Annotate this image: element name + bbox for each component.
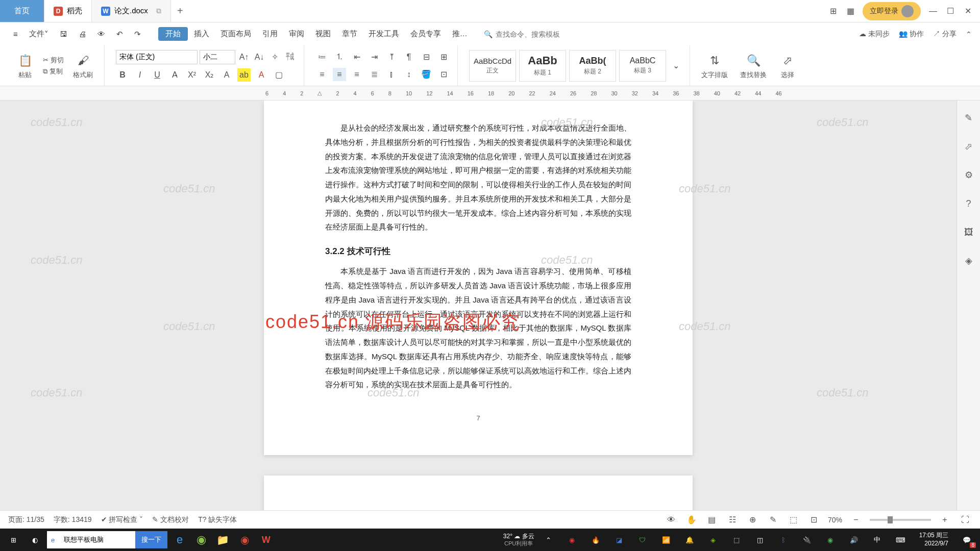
- tray-icon[interactable]: 🛡: [633, 531, 652, 549]
- highlight-button[interactable]: ab: [237, 68, 251, 82]
- tray-ime-icon[interactable]: 中: [868, 531, 887, 549]
- tab-home[interactable]: 首页: [0, 0, 44, 22]
- italic-button[interactable]: I: [133, 68, 146, 82]
- copy-button[interactable]: ⧉ 复制: [43, 67, 64, 76]
- menu-start[interactable]: 开始: [158, 27, 188, 41]
- decrease-indent-button[interactable]: ⇤: [350, 51, 363, 64]
- menu-vip[interactable]: 会员专享: [405, 22, 446, 45]
- tray-bell-icon[interactable]: 🔔: [680, 531, 699, 549]
- menu-view[interactable]: 视图: [310, 22, 336, 45]
- tray-icon[interactable]: ◉: [563, 531, 581, 549]
- font-size-select[interactable]: [200, 50, 235, 64]
- close-button[interactable]: ✕: [963, 6, 973, 16]
- menu-reference[interactable]: 引用: [257, 22, 283, 45]
- tab-document[interactable]: W 论文.docx ⧉: [92, 0, 171, 22]
- paste-icon[interactable]: 📋: [16, 52, 34, 69]
- login-button[interactable]: 立即登录: [863, 2, 921, 20]
- undo-icon[interactable]: ↶: [111, 22, 128, 45]
- grid2-icon[interactable]: ▦: [845, 6, 855, 16]
- clear-format-icon[interactable]: ✧: [268, 51, 281, 64]
- font-name-select[interactable]: [116, 50, 198, 64]
- tray-icon[interactable]: ◉: [821, 531, 840, 549]
- sync-status[interactable]: ☁ 未同步: [859, 30, 890, 39]
- menu-devtools[interactable]: 开发工具: [363, 22, 404, 45]
- sliders-icon[interactable]: ⚙: [962, 168, 976, 182]
- hamburger-icon[interactable]: ≡: [8, 22, 23, 45]
- taskbar-search-input[interactable]: [59, 536, 135, 544]
- tray-icon[interactable]: ◪: [610, 531, 628, 549]
- line-spacing-button[interactable]: ↕: [402, 68, 415, 81]
- zoom-in-button[interactable]: +: [938, 513, 951, 527]
- document-page[interactable]: 是从社会的经济发展出发，通过研究整个的系统可行性，对成本收益情况进行全面地、具体…: [264, 101, 693, 455]
- view-mode5-icon[interactable]: ⬚: [787, 513, 800, 527]
- page-indicator[interactable]: 页面: 11/35: [8, 515, 44, 524]
- bold-button[interactable]: B: [116, 68, 129, 82]
- word-count[interactable]: 字数: 13419: [54, 515, 92, 524]
- doc-proof[interactable]: ✎ 文档校对: [152, 515, 189, 524]
- distribute-button[interactable]: ⫿: [385, 68, 398, 81]
- align-left-button[interactable]: ≡: [315, 68, 329, 81]
- tray-icon[interactable]: ⌃: [540, 531, 558, 549]
- tabs-button[interactable]: ⊟: [420, 51, 433, 64]
- select-icon[interactable]: ⬀: [779, 52, 796, 69]
- share-button[interactable]: ↗ 分享: [933, 30, 957, 39]
- style-more-icon[interactable]: ⌄: [669, 59, 682, 72]
- minimize-button[interactable]: —: [928, 6, 938, 16]
- view-read-icon[interactable]: ✎: [767, 513, 780, 527]
- redo-icon[interactable]: ↷: [129, 22, 146, 45]
- tray-nvidia-icon[interactable]: ◈: [704, 531, 722, 549]
- align-center-button[interactable]: ≡: [333, 68, 346, 81]
- tab-popout-icon[interactable]: ⧉: [156, 7, 161, 15]
- align-right-button[interactable]: ≡: [350, 68, 363, 81]
- hand-icon[interactable]: ✋: [685, 513, 698, 527]
- menu-layout[interactable]: 页面布局: [215, 22, 256, 45]
- borders-button[interactable]: ⊞: [437, 51, 450, 64]
- menu-chapter[interactable]: 章节: [337, 22, 362, 45]
- menu-insert[interactable]: 插入: [189, 22, 214, 45]
- diamond-icon[interactable]: ◈: [962, 254, 976, 268]
- spell-check[interactable]: ✔ 拼写检查 ˅: [101, 515, 143, 524]
- tray-icon[interactable]: ◫: [751, 531, 769, 549]
- underline-button[interactable]: U: [151, 68, 164, 82]
- style-h1[interactable]: AaBb标题 1: [519, 50, 566, 82]
- para-border-button[interactable]: ⊡: [437, 68, 450, 81]
- document-area[interactable]: 是从社会的经济发展出发，通过研究整个的系统可行性，对成本收益情况进行全面地、具体…: [0, 101, 957, 522]
- sort-button[interactable]: ⤒: [385, 51, 398, 64]
- task-wps-icon[interactable]: W: [257, 531, 275, 549]
- ruler[interactable]: 642 △ 2468 10121416 18202224 26283032 34…: [0, 86, 980, 101]
- preview-icon[interactable]: 👁: [92, 22, 110, 45]
- justify-button[interactable]: ≣: [368, 68, 381, 81]
- strike-button[interactable]: A̵: [168, 68, 181, 82]
- image-icon[interactable]: 🖼: [962, 225, 976, 239]
- pen-icon[interactable]: ✎: [962, 111, 976, 125]
- fit-icon[interactable]: ⊡: [807, 513, 821, 527]
- view-web-icon[interactable]: ⊕: [746, 513, 760, 527]
- tray-icon[interactable]: 🔌: [798, 531, 816, 549]
- numbering-button[interactable]: ⒈: [333, 51, 346, 64]
- view-outline-icon[interactable]: ☷: [726, 513, 739, 527]
- save-icon[interactable]: 🖫: [55, 22, 72, 45]
- subscript-button[interactable]: X₂: [203, 68, 216, 82]
- zoom-out-button[interactable]: −: [849, 513, 863, 527]
- tray-icon[interactable]: ⬚: [727, 531, 746, 549]
- font-color-button[interactable]: A: [255, 68, 268, 82]
- file-menu[interactable]: 文件 ˅: [24, 22, 54, 45]
- command-search-input[interactable]: [496, 30, 567, 38]
- view-page-icon[interactable]: ▤: [705, 513, 719, 527]
- taskbar-search[interactable]: e 搜一下: [47, 531, 167, 548]
- tab-docer[interactable]: D 稻壳: [44, 0, 92, 22]
- taskbar-clock[interactable]: 17:05 周三 2022/9/7: [915, 532, 952, 547]
- increase-indent-button[interactable]: ⇥: [368, 51, 381, 64]
- format-painter-icon[interactable]: 🖌: [75, 52, 92, 69]
- tray-icon[interactable]: 🔥: [586, 531, 605, 549]
- help-icon[interactable]: ?: [962, 196, 976, 211]
- new-tab-button[interactable]: +: [171, 0, 189, 22]
- grow-font-icon[interactable]: A↑: [237, 51, 251, 64]
- eye-icon[interactable]: 👁: [665, 513, 678, 527]
- show-marks-button[interactable]: ¶: [402, 51, 415, 64]
- style-h3[interactable]: AaBbC标题 3: [619, 50, 666, 82]
- fullscreen-icon[interactable]: ⛶: [959, 513, 972, 527]
- maximize-button[interactable]: ☐: [945, 6, 955, 16]
- superscript-button[interactable]: X²: [185, 68, 199, 82]
- task-explorer-icon[interactable]: 📁: [213, 531, 232, 549]
